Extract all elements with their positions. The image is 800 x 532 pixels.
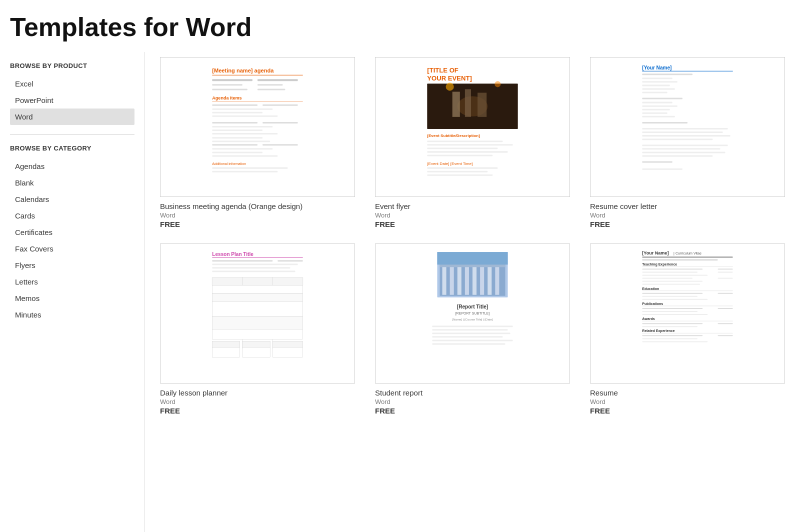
svg-rect-46	[427, 154, 492, 156]
svg-rect-36	[452, 92, 460, 116]
template-thumbnail-resume: [Your Name] | Curriculum Vitae Teaching …	[590, 244, 785, 384]
svg-rect-74	[642, 155, 712, 156]
template-card-event-flyer[interactable]: [TITLE OF YOUR EVENT] [Event Subtitle/De…	[375, 57, 570, 228]
svg-text:[Your Name]: [Your Name]	[642, 65, 672, 70]
svg-rect-139	[642, 293, 702, 294]
svg-rect-94	[242, 341, 270, 347]
svg-rect-153	[642, 326, 698, 327]
svg-rect-19	[212, 130, 262, 131]
sidebar-item-agendas[interactable]: Agendas	[10, 158, 134, 174]
svg-rect-92	[212, 329, 302, 339]
template-card-student-report[interactable]: [Report Title] [REPORT SUBTITLE] [Name] …	[375, 244, 570, 415]
template-thumbnail-event-flyer: [TITLE OF YOUR EVENT] [Event Subtitle/De…	[375, 57, 570, 197]
svg-point-40	[494, 81, 500, 87]
svg-rect-30	[212, 171, 278, 172]
svg-rect-62	[642, 106, 678, 107]
svg-rect-134	[718, 278, 732, 278]
svg-rect-63	[642, 109, 670, 110]
template-thumbnail-student-report: [Report Title] [REPORT SUBTITLE] [Name] …	[375, 244, 570, 384]
svg-rect-3	[212, 79, 252, 81]
template-card-business-meeting-agenda[interactable]: [Meeting name] agenda Agenda Items Addit…	[160, 57, 355, 228]
sidebar-item-powerpoint[interactable]: PowerPoint	[10, 92, 134, 108]
svg-text:Teaching Experience: Teaching Experience	[642, 262, 677, 266]
svg-rect-54	[642, 74, 692, 75]
svg-rect-104	[458, 266, 462, 294]
svg-text:Education: Education	[642, 287, 659, 290]
svg-rect-12	[262, 104, 298, 106]
svg-rect-75	[642, 162, 672, 163]
svg-rect-56	[642, 81, 678, 82]
svg-rect-147	[642, 311, 698, 312]
sidebar-item-excel[interactable]: Excel	[10, 76, 134, 92]
template-price-business-meeting-agenda: FREE	[160, 220, 355, 228]
svg-rect-156	[642, 335, 702, 336]
svg-rect-85	[212, 277, 302, 285]
sidebar-item-calendars[interactable]: Calendars	[10, 191, 134, 208]
svg-rect-88	[212, 286, 302, 294]
sidebar-item-word[interactable]: Word	[10, 108, 134, 125]
svg-rect-67	[642, 128, 728, 130]
svg-rect-55	[642, 78, 672, 79]
template-thumbnail-resume-cover-letter: [Your Name]	[590, 57, 785, 197]
svg-rect-84	[212, 270, 295, 272]
template-price-event-flyer: FREE	[375, 220, 570, 228]
svg-rect-97	[242, 348, 270, 358]
main-layout: BROWSE BY PRODUCT ExcelPowerPointWord BR…	[0, 52, 800, 532]
svg-rect-106	[472, 266, 476, 294]
template-name-resume-cover-letter: Resume cover letter	[590, 202, 785, 210]
svg-rect-119	[432, 340, 512, 341]
svg-rect-130	[642, 272, 698, 272]
svg-rect-24	[262, 144, 298, 146]
svg-rect-102	[442, 266, 446, 294]
svg-text:[Meeting name] agenda: [Meeting name] agenda	[212, 68, 274, 74]
svg-rect-117	[432, 332, 510, 334]
svg-rect-17	[262, 122, 298, 124]
svg-rect-4	[258, 79, 298, 81]
svg-rect-141	[642, 296, 698, 297]
svg-rect-68	[642, 132, 722, 133]
svg-rect-116	[432, 329, 508, 330]
browse-by-category-label: BROWSE BY CATEGORY	[10, 144, 134, 153]
template-price-student-report: FREE	[375, 406, 570, 415]
template-product-business-meeting-agenda: Word	[160, 212, 355, 219]
sidebar-item-letters[interactable]: Letters	[10, 274, 134, 290]
template-card-resume[interactable]: [Your Name] | Curriculum Vitae Teaching …	[590, 244, 785, 415]
svg-rect-96	[212, 348, 240, 358]
svg-rect-82	[212, 264, 298, 265]
svg-rect-59	[642, 92, 667, 93]
svg-rect-118	[432, 336, 502, 338]
svg-rect-93	[212, 341, 240, 347]
svg-rect-16	[212, 122, 258, 124]
svg-rect-146	[718, 308, 732, 309]
svg-rect-132	[642, 274, 708, 276]
svg-rect-44	[427, 148, 498, 149]
svg-rect-71	[642, 144, 728, 146]
svg-text:[REPORT SUBTITLE]: [REPORT SUBTITLE]	[456, 312, 490, 316]
sidebar-item-minutes[interactable]: Minutes	[10, 306, 134, 323]
sidebar-item-certificates[interactable]: Certificates	[10, 224, 134, 240]
svg-rect-131	[718, 272, 732, 272]
svg-rect-66	[642, 122, 688, 124]
sidebar-item-cards[interactable]: Cards	[10, 208, 134, 224]
svg-rect-115	[432, 326, 512, 327]
template-price-resume-cover-letter: FREE	[590, 220, 785, 228]
svg-rect-49	[427, 171, 488, 172]
svg-rect-152	[718, 323, 732, 324]
template-product-resume-cover-letter: Word	[590, 212, 785, 219]
svg-rect-145	[642, 308, 702, 309]
svg-rect-57	[642, 84, 670, 86]
svg-rect-64	[642, 112, 667, 114]
template-card-resume-cover-letter[interactable]: [Your Name] Resume cover letterWordFREE	[590, 57, 785, 228]
template-name-resume: Resume	[590, 388, 785, 397]
svg-rect-21	[212, 137, 262, 138]
sidebar-item-fax-covers[interactable]: Fax Covers	[10, 240, 134, 257]
template-card-daily-lesson-planner[interactable]: Lesson Plan Title Daily lesson plannerWo…	[160, 244, 355, 415]
template-product-daily-lesson-planner: Word	[160, 398, 355, 406]
svg-rect-73	[642, 152, 725, 153]
sidebar-item-flyers[interactable]: Flyers	[10, 257, 134, 274]
svg-rect-15	[212, 116, 278, 117]
sidebar-item-memos[interactable]: Memos	[10, 290, 134, 306]
svg-rect-125	[642, 259, 718, 260]
sidebar-item-blank[interactable]: Blank	[10, 174, 134, 191]
content-area: [Meeting name] agenda Agenda Items Addit…	[145, 52, 800, 532]
